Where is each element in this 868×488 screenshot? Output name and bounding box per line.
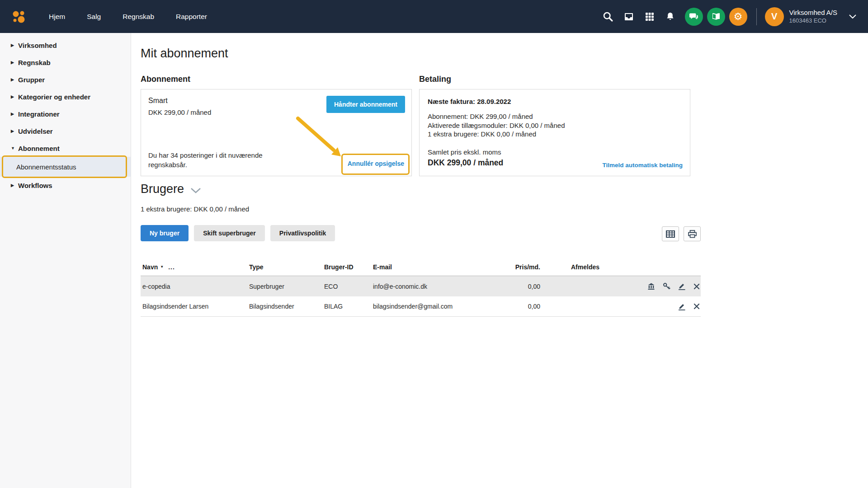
table-view-icon[interactable] (662, 226, 679, 241)
sidebar-item-label: Regnskab (18, 59, 51, 66)
users-subtitle: 1 ekstra brugere: DKK 0,00 / måned (141, 205, 249, 213)
change-superuser-button[interactable]: Skift superbruger (194, 225, 265, 241)
sidebar-item-abonnementsstatus[interactable]: Abonnementsstatus (0, 157, 131, 177)
cancel-cancellation-link[interactable]: Annullér opsigelse (348, 160, 404, 167)
sidebar-item-workflows[interactable]: ▶ Workflows (0, 177, 131, 194)
gear-glyph: ⚙ (734, 12, 743, 22)
main-content: Mit abonnement Abonnement Betaling Smart… (131, 33, 868, 488)
chevron-down-icon[interactable] (849, 14, 856, 19)
cell-type: Bilagsindsender (249, 303, 324, 310)
caret-right-icon: ▶ (11, 112, 18, 116)
cell-email: info@e-conomic.dk (373, 283, 504, 290)
help-book-icon[interactable] (707, 8, 725, 26)
key-icon[interactable] (663, 282, 670, 290)
sidebar-item-kategorier-og-enheder[interactable]: ▶ Kategorier og enheder (0, 88, 131, 105)
payment-card: Næste faktura: 28.09.2022 Abonnement: DK… (419, 89, 690, 176)
page-title: Mit abonnement (141, 47, 228, 61)
sidebar-item-label: Kategorier og enheder (18, 93, 90, 101)
top-navigation: Hjem Salg Regnskab Rapporter (38, 0, 218, 33)
sidebar-item-label: Abonnementsstatus (16, 163, 76, 171)
cell-type: Superbruger (249, 283, 324, 290)
topbar-divider (756, 8, 757, 25)
sidebar: ▶ Virksomhed ▶ Regnskab ▶ Grupper ▶ Kate… (0, 33, 131, 488)
total-price-label: Samlet pris ekskl. moms (428, 148, 682, 156)
payment-line-subscription: Abonnement: DKK 299,00 / måned (428, 112, 682, 121)
company-name: Virksomhed A/S (789, 8, 837, 17)
cell-price: 0,00 (504, 303, 540, 310)
caret-right-icon: ▶ (11, 129, 18, 133)
privacy-policy-button[interactable]: Privatlivspolitik (270, 225, 335, 241)
print-icon[interactable] (684, 226, 701, 241)
postings-note: Du har 34 posteringer i dit nuværende re… (148, 150, 275, 169)
caret-down-icon: ▼ (11, 146, 18, 150)
new-user-button[interactable]: Ny bruger (141, 225, 189, 241)
building-icon[interactable] (647, 283, 655, 290)
sidebar-item-label: Integrationer (18, 110, 60, 118)
app-logo-icon[interactable] (10, 8, 28, 26)
row-actions (631, 282, 701, 290)
edit-icon[interactable] (678, 303, 686, 310)
users-table-header: Navn ▼ ... Type Bruger-ID E-mail Pris/md… (141, 258, 701, 276)
sidebar-item-label: Grupper (18, 76, 45, 84)
company-id: 1603463 ECO (789, 17, 837, 25)
autopay-signup-link[interactable]: Tilmeld automatisk betaling (602, 162, 683, 169)
nav-item-rapporter[interactable]: Rapporter (165, 0, 218, 33)
users-heading-row: Brugere (141, 182, 201, 196)
manage-subscription-button[interactable]: Håndter abonnement (326, 96, 405, 113)
search-icon[interactable] (598, 6, 618, 27)
cell-name: Bilagsindsender Larsen (141, 303, 249, 310)
users-heading: Brugere (141, 182, 184, 196)
cell-name: e-copedia (141, 283, 249, 290)
column-header-user-id: Bruger-ID (324, 263, 373, 271)
users-actions: Ny bruger Skift superbruger Privatlivspo… (141, 225, 335, 241)
sidebar-item-integrationer[interactable]: ▶ Integrationer (0, 105, 131, 122)
sidebar-item-grupper[interactable]: ▶ Grupper (0, 71, 131, 88)
cell-user-id: BILAG (324, 303, 373, 310)
cancel-link-wrap: Annullér opsigelse (348, 160, 404, 168)
table-row[interactable]: Bilagsindsender Larsen Bilagsindsender B… (141, 296, 701, 317)
delete-icon[interactable] (693, 303, 700, 310)
column-overflow-menu[interactable]: ... (168, 263, 175, 271)
topbar-right: ⚙ V Virksomhed A/S 1603463 ECO (598, 6, 856, 27)
nav-item-salg[interactable]: Salg (76, 0, 112, 33)
sidebar-item-abonnement[interactable]: ▼ Abonnement (0, 140, 131, 157)
apps-grid-icon[interactable] (639, 6, 660, 27)
company-avatar[interactable]: V (765, 7, 784, 26)
page: Hjem Salg Regnskab Rapporter (0, 0, 868, 488)
sort-caret-icon[interactable]: ▼ (160, 265, 164, 269)
chat-icon[interactable] (685, 8, 703, 26)
caret-right-icon: ▶ (11, 43, 18, 47)
payment-section-heading: Betaling (419, 75, 451, 84)
sidebar-item-udvidelser[interactable]: ▶ Udvidelser (0, 122, 131, 140)
users-table: Navn ▼ ... Type Bruger-ID E-mail Pris/md… (141, 258, 701, 317)
sidebar-item-regnskab[interactable]: ▶ Regnskab (0, 54, 131, 71)
table-row[interactable]: e-copedia Superbruger ECO info@e-conomic… (141, 276, 701, 296)
caret-right-icon: ▶ (11, 77, 18, 82)
column-header-email: E-mail (373, 263, 504, 271)
sidebar-item-virksomhed[interactable]: ▶ Virksomhed (0, 37, 131, 54)
sidebar-item-label: Udvidelser (18, 127, 53, 135)
payment-line-modules: Aktiverede tillægsmoduler: DKK 0,00 / må… (428, 121, 682, 130)
notifications-bell-icon[interactable] (660, 6, 681, 27)
table-toolbar (662, 226, 701, 241)
delete-icon[interactable] (693, 283, 700, 290)
users-collapse-chevron-icon[interactable] (190, 187, 201, 195)
settings-gear-icon[interactable]: ⚙ (729, 8, 747, 26)
inbox-icon[interactable] (618, 6, 639, 27)
column-header-name[interactable]: Navn (142, 263, 158, 271)
cell-email: bilagsindsender@gmail.com (373, 303, 504, 310)
company-info: Virksomhed A/S 1603463 ECO (789, 8, 837, 24)
edit-icon[interactable] (678, 282, 686, 290)
subscription-section-heading: Abonnement (141, 75, 190, 84)
nav-item-hjem[interactable]: Hjem (38, 0, 76, 33)
sidebar-item-label: Abonnement (18, 145, 60, 152)
column-header-price: Pris/md. (504, 263, 540, 271)
caret-right-icon: ▶ (11, 94, 18, 99)
row-actions (631, 303, 701, 310)
column-header-type: Type (249, 263, 324, 271)
topbar: Hjem Salg Regnskab Rapporter (0, 0, 868, 33)
sidebar-item-label: Virksomhed (18, 42, 57, 49)
column-header-unsubscribe: Afmeldes (540, 263, 631, 271)
nav-item-regnskab[interactable]: Regnskab (112, 0, 165, 33)
cell-user-id: ECO (324, 283, 373, 290)
